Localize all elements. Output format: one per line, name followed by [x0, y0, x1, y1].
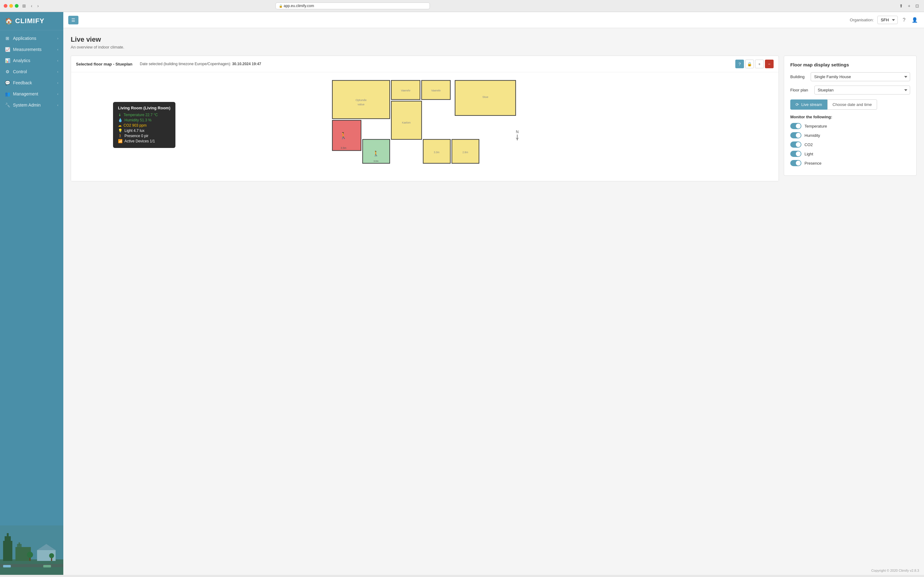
humidity-toggle[interactable]	[790, 132, 802, 139]
zoom-in-btn[interactable]: +	[755, 60, 764, 68]
monitor-light: Light	[790, 151, 910, 157]
temperature-monitor-label: Temperature	[805, 124, 827, 129]
devices-value: Active Devices 1/1	[124, 139, 155, 143]
date-value: 30.10.2024 19:47	[232, 62, 261, 66]
choose-date-btn[interactable]: Choose date and time	[827, 100, 877, 110]
management-icon: 👥	[5, 92, 10, 97]
menu-button[interactable]: ☰	[68, 16, 79, 24]
svg-text:🚶: 🚶	[340, 132, 348, 140]
address-bar[interactable]: 🔒 app.eu.climify.com	[275, 2, 430, 9]
traffic-light-green[interactable]	[15, 4, 19, 8]
system-admin-label: System Admin	[13, 103, 40, 108]
floor-controls: ? 🔒 + −	[735, 60, 774, 68]
windows-btn[interactable]: ⊡	[914, 3, 920, 9]
share-btn[interactable]: ⬆	[898, 3, 904, 9]
floor-panel: Selected floor map - Stueplan Date selec…	[71, 56, 779, 181]
co2-value: CO2 903 ppm	[124, 123, 147, 127]
tooltip-light: 💡 Light 4.7 lux	[118, 129, 171, 133]
humidity-value: Humidity 51.3 %	[124, 118, 151, 122]
svg-text:Optunde: Optunde	[356, 98, 367, 102]
management-arrow: ‹	[57, 92, 58, 96]
new-tab-btn[interactable]: +	[907, 3, 912, 9]
humidity-icon: 💧	[118, 118, 122, 122]
sidebar-item-applications[interactable]: ⊞ Applications ›	[0, 33, 63, 44]
presence-icon: 🚶	[118, 134, 122, 138]
zoom-out-btn[interactable]: −	[765, 60, 774, 68]
tooltip-humidity: 💧 Humidity 51.3 %	[118, 118, 171, 122]
sidebar: 🏠 CLIMIFY ⊞ Applications › 📈 Measurement…	[0, 12, 63, 575]
devices-icon: 📶	[118, 139, 122, 143]
page-title: Live view	[71, 35, 917, 44]
presence-toggle[interactable]	[790, 160, 802, 166]
floor-date: Date selected (building timezone Europe/…	[140, 62, 261, 66]
svg-rect-7	[19, 542, 20, 545]
url-text: app.eu.climify.com	[284, 4, 314, 8]
choose-date-label: Choose date and time	[832, 102, 872, 107]
help-floor-btn[interactable]: ?	[735, 60, 744, 68]
co2-icon: ☁	[118, 123, 122, 127]
back-btn[interactable]: ‹	[30, 3, 34, 9]
co2-knob	[796, 142, 801, 147]
org-select[interactable]: SFH	[877, 16, 898, 24]
sidebar-item-measurements[interactable]: 📈 Measurements ‹	[0, 44, 63, 55]
light-knob	[796, 152, 801, 156]
svg-text:N: N	[516, 130, 518, 134]
presence-value: Presence 0 pir	[124, 134, 148, 138]
control-icon: ⚙	[5, 69, 10, 74]
tooltip-active-devices: 📶 Active Devices 1/1	[118, 139, 171, 143]
date-prefix: Date selected (building timezone Europe/…	[140, 62, 231, 66]
building-select[interactable]: Single Family House	[811, 72, 910, 81]
live-stream-icon: ⟳	[795, 102, 799, 107]
floor-plan-label: Floor plan	[790, 88, 808, 92]
svg-text:Vaerelv: Vaerelv	[401, 89, 410, 92]
applications-arrow: ›	[57, 37, 58, 40]
humidity-monitor-label: Humidity	[805, 133, 820, 138]
svg-text:Vaerelv: Vaerelv	[431, 89, 441, 92]
svg-text:2.8m: 2.8m	[462, 151, 468, 154]
logo-icon: 🏠	[5, 17, 13, 25]
logo-area: 🏠 CLIMIFY	[0, 12, 63, 30]
sidebar-item-feedback[interactable]: 💬 Feedback ‹	[0, 77, 63, 88]
building-row: Building Single Family House	[790, 72, 910, 81]
svg-text:3.0m: 3.0m	[373, 160, 378, 163]
monitor-humidity: Humidity	[790, 132, 910, 139]
tooltip-temperature: 🌡 Temperature 22.7 °C	[118, 113, 171, 117]
temperature-toggle[interactable]	[790, 123, 802, 129]
forward-btn[interactable]: ›	[36, 3, 40, 9]
live-stream-btn[interactable]: ⟳ Live stream	[790, 100, 827, 110]
sidebar-item-management[interactable]: 👥 Management ‹	[0, 88, 63, 100]
lock-floor-btn[interactable]: 🔒	[745, 60, 754, 68]
light-monitor-label: Light	[805, 152, 813, 156]
svg-text:3.5m: 3.5m	[341, 147, 346, 150]
svg-rect-15	[3, 565, 11, 567]
temperature-value: Temperature 22.7 °C	[124, 113, 158, 117]
page-subtitle: An overview of indoor climate.	[71, 45, 917, 50]
traffic-light-yellow[interactable]	[9, 4, 13, 8]
floor-plan[interactable]: Optunde value Vaerelv Vaerelv Stue	[76, 77, 774, 176]
sidebar-item-analytics[interactable]: 📊 Analytics ‹	[0, 55, 63, 66]
feedback-icon: 💬	[5, 80, 10, 85]
sidebar-toggle-btn[interactable]: ⊞	[21, 3, 27, 9]
svg-rect-33	[391, 101, 422, 139]
sidebar-item-control[interactable]: ⚙ Control ‹	[0, 66, 63, 77]
sidebar-item-system-admin[interactable]: 🔧 System Admin ‹	[0, 100, 63, 111]
monitor-presence: Presence	[790, 160, 910, 166]
help-btn[interactable]: ?	[901, 16, 907, 24]
settings-title: Floor map display settings	[790, 62, 910, 67]
control-arrow: ‹	[57, 70, 58, 74]
traffic-light-red[interactable]	[4, 4, 7, 8]
light-toggle[interactable]	[790, 151, 802, 157]
user-btn[interactable]: 👤	[910, 16, 919, 24]
city-illustration	[0, 525, 63, 575]
topbar: ☰ Organisation: SFH ? 👤	[63, 12, 924, 28]
light-icon: 💡	[118, 129, 122, 133]
analytics-icon: 📊	[5, 58, 10, 63]
control-label: Control	[13, 69, 27, 74]
co2-toggle[interactable]	[790, 142, 802, 148]
feedback-label: Feedback	[13, 80, 32, 85]
main-content: Live view An overview of indoor climate.…	[63, 28, 924, 566]
system-admin-arrow: ‹	[57, 103, 58, 107]
svg-text:value: value	[357, 103, 364, 106]
light-value: Light 4.7 lux	[124, 129, 145, 133]
floor-plan-select[interactable]: Stueplan	[815, 85, 910, 95]
